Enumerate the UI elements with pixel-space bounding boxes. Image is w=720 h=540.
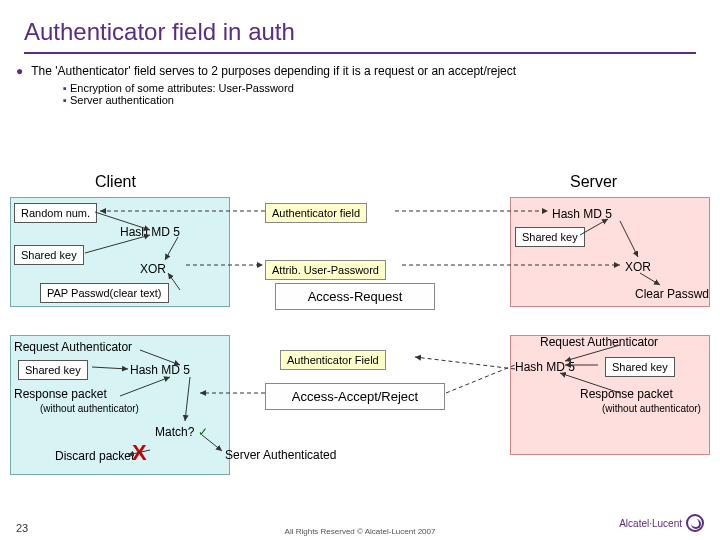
authenticator-field-label-1: Authenticator field: [265, 203, 367, 223]
without-authenticator-server: (without authenticator): [602, 403, 701, 414]
request-authenticator-server: Request Authenticator: [540, 335, 658, 349]
access-request-msg: Access-Request: [275, 283, 435, 310]
x-icon: X: [132, 440, 147, 466]
response-packet-client: Response packet: [14, 387, 107, 401]
footer-copyright: All Rights Reserved © Alcatel-Lucent 200…: [0, 527, 720, 536]
match-label: Match? ✓: [155, 425, 208, 439]
server-header: Server: [570, 173, 617, 191]
slide-title: Authenticator field in auth: [0, 0, 720, 52]
random-num-box: Random num.: [14, 203, 97, 223]
shared-key-server-bottom: Shared key: [605, 357, 675, 377]
request-authenticator-client: Request Authenticator: [14, 340, 132, 354]
hash-md5-client-bottom: Hash MD 5: [130, 363, 190, 377]
hash-md5-client-top: Hash MD 5: [120, 225, 180, 239]
brand-logo: Alcatel·Lucent: [619, 514, 704, 532]
title-rule: [24, 52, 696, 54]
shared-key-client-top: Shared key: [14, 245, 84, 265]
hash-md5-server-bottom: Hash MD 5: [515, 360, 575, 374]
shared-key-server-top: Shared key: [515, 227, 585, 247]
client-header: Client: [95, 173, 136, 191]
response-packet-server: Response packet: [580, 387, 673, 401]
sub-bullets: Encryption of some attributes: User-Pass…: [70, 82, 720, 106]
xor-server: XOR: [625, 260, 651, 274]
authenticator-field-label-2: Authenticator Field: [280, 350, 386, 370]
access-accept-reject-msg: Access-Accept/Reject: [265, 383, 445, 410]
without-authenticator-client: (without authenticator): [40, 403, 139, 414]
hash-md5-server-top: Hash MD 5: [552, 207, 612, 221]
sub-bullet-2: Server authentication: [70, 94, 720, 106]
diagram-area: Client Server Random num. Hash MD 5 Shar…: [0, 165, 720, 540]
xor-client: XOR: [140, 262, 166, 276]
check-icon: ✓: [198, 425, 208, 439]
clear-passwd-label: Clear Passwd: [635, 287, 709, 301]
attrib-user-password-label: Attrib. User-Password: [265, 260, 386, 280]
server-authenticated-label: Server Authenticated: [225, 448, 336, 462]
svg-line-11: [446, 365, 515, 393]
brand-label: Alcatel·Lucent: [619, 518, 682, 529]
svg-line-22: [415, 357, 515, 369]
shared-key-client-bottom: Shared key: [18, 360, 88, 380]
brand-icon: [686, 514, 704, 532]
discard-packet-label: Discard packet: [55, 449, 134, 463]
main-bullet: The 'Authenticator' field serves to 2 pu…: [0, 62, 720, 78]
pap-passwd-box: PAP Passwd(clear text): [40, 283, 169, 303]
sub-bullet-1: Encryption of some attributes: User-Pass…: [70, 82, 720, 94]
